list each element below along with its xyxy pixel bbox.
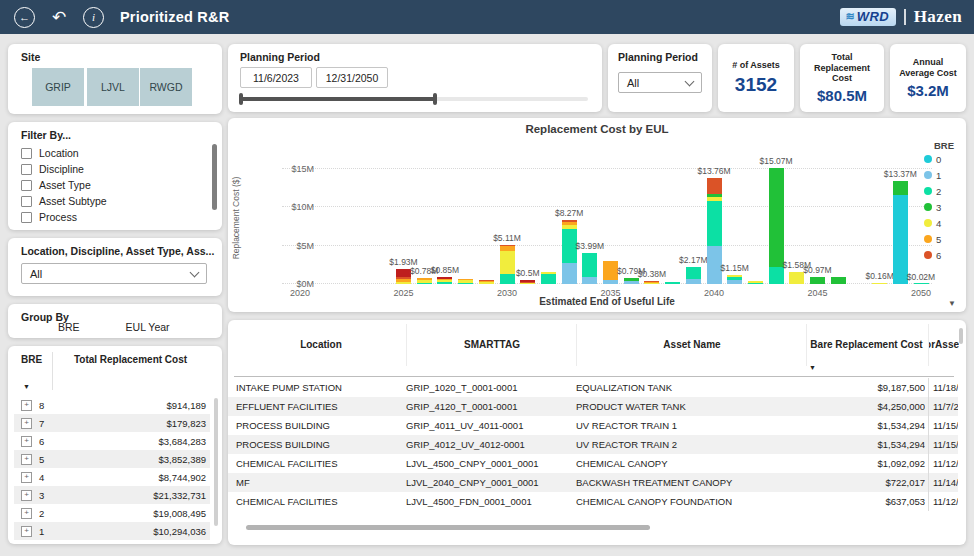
site-button-ljvl[interactable]: LJVL — [87, 68, 139, 106]
bre-row-1[interactable]: +1$10,294,036 — [14, 522, 210, 540]
group-by-option-bre[interactable]: BRE — [58, 321, 80, 333]
expand-plus-icon[interactable]: + — [21, 400, 32, 411]
checkbox-icon[interactable] — [21, 148, 32, 159]
bar-2038[interactable] — [665, 282, 680, 284]
filter-checkbox-asset-type[interactable]: Asset Type — [21, 177, 107, 193]
combined-filter-dropdown[interactable]: All — [21, 263, 207, 284]
bar-segment-bre-2 — [417, 283, 432, 284]
table-row[interactable]: MFLJVL_2040_CNPY_0001_0001BACKWASH TREAT… — [228, 473, 958, 492]
checkbox-label: Location — [39, 147, 79, 159]
filter-checkbox-process[interactable]: Process — [21, 209, 107, 225]
table-row[interactable]: CHEMICAL FACILITIESLJVL_4500_CNPY_0001_0… — [228, 454, 958, 473]
group-by-option-eul-year[interactable]: EUL Year — [126, 321, 170, 333]
bar-2046[interactable] — [831, 277, 846, 284]
cell: $9,187,500 — [806, 378, 925, 397]
bre-cost-col-header[interactable]: Total Replacement Cost — [58, 354, 203, 367]
bre-row-7[interactable]: +7$179,823 — [14, 414, 210, 432]
cost-sort-desc-icon[interactable]: ▼ — [809, 364, 816, 371]
expand-plus-icon[interactable]: + — [21, 436, 32, 447]
bar-2045[interactable] — [810, 277, 825, 284]
date-slider-handle-right[interactable] — [433, 93, 437, 105]
legend-item-bre-4[interactable]: 4 — [924, 215, 960, 231]
group-by-card: Group By BREEUL Year — [8, 304, 222, 338]
filter-checkbox-asset-subtype[interactable]: Asset Subtype — [21, 193, 107, 209]
cell: PROCESS BUILDING — [236, 416, 406, 435]
bre-value: 2 — [39, 508, 59, 519]
checkbox-icon[interactable] — [21, 196, 32, 207]
cell: CHEMICAL FACILITIES — [236, 492, 406, 511]
expand-plus-icon[interactable]: + — [21, 490, 32, 501]
expand-plus-icon[interactable]: + — [21, 472, 32, 483]
bre-row-3[interactable]: +3$21,332,731 — [14, 486, 210, 504]
column-header-location[interactable]: Location — [236, 324, 406, 366]
bre-row-8[interactable]: +8$914,189 — [14, 396, 210, 414]
bar-2027[interactable] — [437, 277, 452, 284]
bar-2026[interactable] — [417, 278, 432, 284]
expand-plus-icon[interactable]: + — [21, 454, 32, 465]
start-date-input[interactable]: 11/6/2023 — [240, 67, 312, 88]
checkbox-label: Asset Subtype — [39, 195, 107, 207]
end-date-input[interactable]: 12/31/2050 — [316, 67, 388, 88]
bar-2032[interactable] — [541, 272, 556, 284]
bar-2041[interactable] — [727, 275, 742, 284]
bar-2031[interactable] — [520, 280, 535, 284]
filter-checkbox-location[interactable]: Location — [21, 145, 107, 161]
bar-2039[interactable] — [686, 267, 701, 284]
bar-segment-bre-5 — [458, 279, 473, 280]
bre-table-scrollbar[interactable] — [214, 398, 218, 526]
asset-table-vscrollbar[interactable] — [959, 328, 963, 344]
filter-checkbox-discipline[interactable]: Discipline — [21, 161, 107, 177]
column-header-cor-assess[interactable]: CorAssess — [928, 324, 959, 366]
bre-sort-desc-icon[interactable]: ▼ — [23, 383, 30, 390]
filter-scrollbar[interactable] — [212, 144, 217, 210]
column-header-bare-replacement-cost[interactable]: Bare Replacement Cost — [806, 324, 926, 366]
bre-col-header[interactable]: BRE — [21, 354, 42, 365]
info-icon[interactable]: i — [83, 7, 104, 28]
bar-2029[interactable] — [479, 280, 494, 284]
table-row[interactable]: INTAKE PUMP STATIONGRIP_1020_T_0001-0001… — [228, 378, 958, 397]
legend-item-bre-3[interactable]: 3 — [924, 199, 960, 215]
group-by-options: BREEUL Year — [58, 321, 170, 333]
expand-plus-icon[interactable]: + — [21, 418, 32, 429]
table-row[interactable]: EFFLUENT FACILITIESGRIP_4120_T_0001-0001… — [228, 397, 958, 416]
bre-row-4[interactable]: +4$8,744,902 — [14, 468, 210, 486]
legend-item-bre-0[interactable]: 0 — [924, 151, 960, 167]
chart-expand-icon[interactable]: ▼ — [948, 299, 956, 308]
column-header-smarttag[interactable]: SMARTTAG — [406, 324, 577, 366]
asset-table-hscrollbar[interactable] — [246, 525, 650, 530]
expand-plus-icon[interactable]: + — [21, 526, 32, 537]
legend-item-bre-2[interactable]: 2 — [924, 183, 960, 199]
chart-legend: BRE 0123456 — [924, 140, 960, 263]
legend-item-bre-5[interactable]: 5 — [924, 231, 960, 247]
wrd-logo: ≋ WRD — [840, 8, 896, 26]
bar-2042[interactable] — [748, 281, 763, 284]
date-slider-handle-left[interactable] — [239, 93, 243, 105]
checkbox-icon[interactable] — [21, 180, 32, 191]
bar-2048[interactable] — [872, 283, 887, 284]
bar-2049[interactable] — [893, 181, 908, 284]
back-icon[interactable]: ← — [14, 7, 35, 28]
planning-filter-dropdown[interactable]: All — [618, 72, 702, 93]
expand-plus-icon[interactable]: + — [21, 508, 32, 519]
table-row[interactable]: PROCESS BUILDINGGRIP_4011_UV_4011-0001UV… — [228, 416, 958, 435]
column-header-asset-name[interactable]: Asset Name — [576, 324, 807, 366]
bar-segment-bre-3 — [810, 277, 825, 284]
table-row[interactable]: CHEMICAL FACILITIESLJVL_4500_FDN_0001_00… — [228, 492, 958, 511]
site-button-grip[interactable]: GRIP — [32, 68, 84, 106]
chevron-down-icon — [190, 267, 200, 277]
bar-2033[interactable] — [562, 220, 577, 284]
bar-2037[interactable] — [644, 281, 659, 284]
bar-2028[interactable] — [458, 279, 473, 284]
site-button-rwgd[interactable]: RWGD — [140, 68, 192, 106]
legend-item-bre-1[interactable]: 1 — [924, 167, 960, 183]
checkbox-icon[interactable] — [21, 164, 32, 175]
bre-row-5[interactable]: +5$3,852,389 — [14, 450, 210, 468]
bre-row-2[interactable]: +2$19,008,495 — [14, 504, 210, 522]
bre-row-6[interactable]: +6$3,684,283 — [14, 432, 210, 450]
checkbox-icon[interactable] — [21, 212, 32, 223]
legend-item-bre-6[interactable]: 6 — [924, 247, 960, 263]
bar-2034[interactable] — [582, 253, 597, 284]
reset-icon[interactable]: ↶ — [49, 8, 69, 27]
date-slider-track[interactable] — [240, 97, 588, 101]
table-row[interactable]: PROCESS BUILDINGGRIP_4012_UV_4012-0001UV… — [228, 435, 958, 454]
